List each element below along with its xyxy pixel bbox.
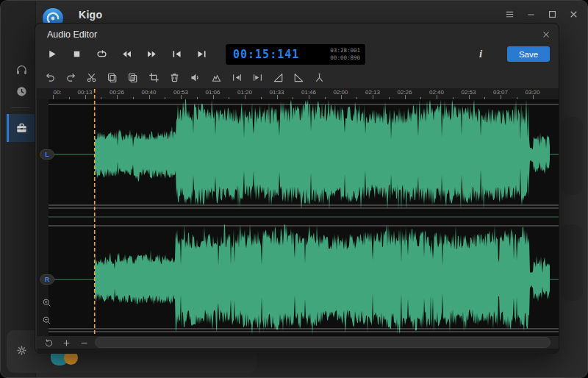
skip-start-icon (171, 49, 182, 60)
delete-button[interactable] (166, 69, 182, 85)
window-minimize-button[interactable] (522, 5, 539, 23)
reset-icon (44, 338, 54, 348)
split-icon (314, 72, 325, 83)
fade-in-button[interactable] (270, 69, 286, 85)
paste-button[interactable] (124, 69, 140, 85)
window-maximize-button[interactable] (543, 5, 561, 23)
sidebar (1, 1, 36, 378)
background-panel (561, 117, 583, 195)
crop-button[interactable] (146, 69, 162, 85)
minimize-icon (526, 9, 537, 20)
dialog-title: Audio Editor (47, 29, 97, 40)
marker-out-button[interactable] (249, 69, 265, 85)
zoom-in-icon (42, 298, 51, 307)
gear-icon (15, 344, 28, 357)
copy-button[interactable] (104, 69, 120, 85)
window-menu-button[interactable] (501, 5, 518, 23)
redo-icon (65, 72, 76, 83)
skip-end-button[interactable] (192, 44, 211, 63)
menu-icon (504, 9, 515, 20)
headphones-icon (15, 63, 28, 76)
marker-out-icon (252, 72, 263, 83)
fade-out-button[interactable] (290, 69, 306, 85)
zoom-in-button[interactable] (41, 297, 52, 308)
redo-button[interactable] (62, 69, 79, 85)
scrollbar-thumb[interactable] (95, 337, 551, 348)
crop-icon (148, 72, 159, 83)
plus-icon (62, 338, 71, 348)
undo-icon (45, 72, 56, 83)
window-title: Kigo (79, 9, 102, 21)
close-icon (568, 9, 579, 20)
loop-icon (96, 49, 107, 60)
volume-button[interactable] (187, 69, 203, 85)
zoom-out-icon (42, 315, 51, 325)
fade-in-icon (273, 72, 284, 83)
app-window: Kigo Audio Editor 00:15:141 03:28:001 00… (0, 0, 588, 378)
waveform-svg (37, 89, 559, 338)
sidebar-item-audio[interactable] (7, 58, 36, 80)
fast-forward-button[interactable] (142, 44, 161, 63)
window-close-button[interactable] (564, 5, 582, 23)
rewind-icon (121, 49, 132, 60)
audio-editor-dialog: Audio Editor 00:15:141 03:28:001 00:00:8… (35, 23, 559, 354)
close-icon (541, 29, 551, 40)
toolbox-icon (15, 122, 28, 135)
dialog-close-button[interactable] (539, 27, 553, 42)
time-total-remaining: 03:28:001 00:00:890 (330, 47, 360, 62)
channel-label-left: L (40, 149, 54, 160)
cut-button[interactable] (83, 69, 99, 85)
marker-in-button[interactable] (229, 69, 245, 85)
play-icon (46, 49, 57, 60)
background-panel (561, 224, 583, 301)
paste-icon (127, 72, 138, 83)
reset-zoom-button[interactable] (43, 337, 54, 349)
stop-button[interactable] (67, 44, 86, 63)
sidebar-item-history[interactable] (7, 80, 36, 102)
fade-out-icon (293, 72, 304, 83)
maximize-icon (547, 9, 558, 20)
zoom-out-button[interactable] (41, 315, 52, 326)
play-button[interactable] (42, 44, 61, 63)
total-time: 03:28:001 (330, 47, 360, 54)
trash-icon (169, 72, 180, 83)
copy-icon (107, 72, 118, 83)
skip-end-icon (196, 49, 207, 60)
save-button[interactable]: Save (507, 46, 550, 62)
sidebar-active-indicator (7, 114, 9, 142)
stop-icon (71, 49, 82, 60)
current-time: 00:15:141 (233, 48, 299, 61)
sidebar-divider (11, 107, 30, 108)
fast-forward-icon (146, 49, 157, 60)
sidebar-item-settings[interactable] (7, 338, 36, 363)
loop-button[interactable] (92, 44, 111, 63)
increase-button[interactable] (60, 337, 72, 349)
info-button[interactable]: i (473, 44, 489, 63)
rewind-button[interactable] (117, 44, 136, 63)
decrease-button[interactable] (78, 337, 90, 349)
time-display: 00:15:141 03:28:001 00:00:890 (226, 44, 365, 65)
levels-icon (211, 72, 222, 83)
minus-icon (79, 338, 89, 348)
split-button[interactable] (311, 69, 327, 85)
sidebar-item-toolbox[interactable] (7, 114, 36, 142)
channel-label-right: R (40, 274, 54, 285)
volume-icon (190, 72, 201, 83)
history-icon (15, 85, 28, 98)
dialog-footer (37, 349, 559, 354)
cut-icon (86, 72, 97, 83)
remaining-time: 00:00:890 (330, 54, 360, 61)
marker-in-icon (232, 72, 243, 83)
skip-start-button[interactable] (167, 44, 186, 63)
levels-button[interactable] (208, 69, 224, 85)
window-controls (501, 1, 587, 24)
undo-button[interactable] (42, 69, 58, 85)
